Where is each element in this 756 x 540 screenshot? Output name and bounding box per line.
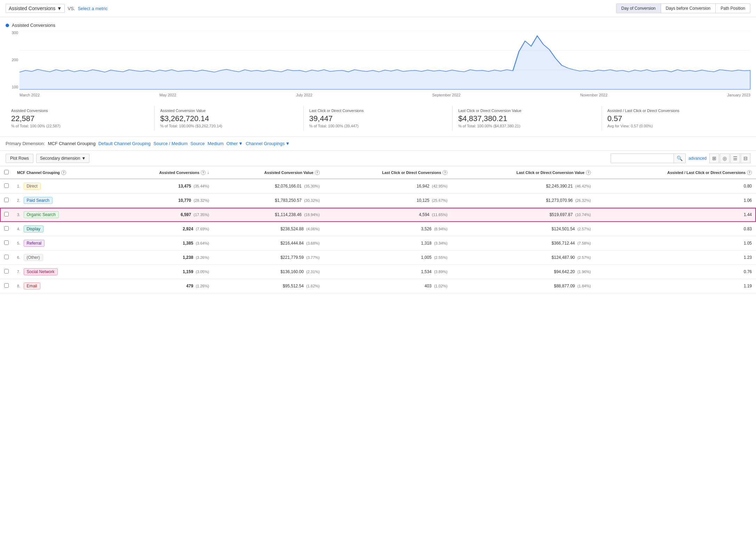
row-ratio: 1.06 bbox=[595, 193, 756, 208]
row-checkbox[interactable] bbox=[4, 198, 9, 202]
grid-view-button[interactable]: ⊞ bbox=[709, 153, 719, 163]
channel-tag[interactable]: Organic Search bbox=[24, 211, 59, 218]
channel-tag[interactable]: Direct bbox=[24, 183, 41, 190]
assisted-conv-help-icon[interactable]: ? bbox=[201, 170, 206, 175]
channel-help-icon[interactable]: ? bbox=[61, 170, 66, 175]
row-checkbox[interactable] bbox=[4, 226, 9, 231]
y-axis-200: 200 bbox=[6, 58, 19, 62]
row-number: 3. bbox=[17, 213, 20, 217]
search-box: 🔍 bbox=[611, 153, 686, 163]
channel-tag[interactable]: Email bbox=[24, 283, 40, 289]
stat-sub-3: % of Total: 100.00% ($4,837,380.21) bbox=[458, 124, 596, 128]
channel-tag[interactable]: Referral bbox=[24, 240, 45, 247]
row-number: 5. bbox=[17, 241, 20, 245]
last-click-conv-header-label: Last Click or Direct Conversions bbox=[382, 170, 441, 175]
row-checkbox[interactable] bbox=[4, 240, 9, 245]
row-checkbox-cell bbox=[0, 236, 13, 251]
metric-dropdown[interactable]: Assisted Conversions ▼ bbox=[6, 4, 65, 13]
dropdown-arrow-icon: ▼ bbox=[57, 6, 62, 11]
row-last-click-conv: 1,534 (3.89%) bbox=[324, 265, 452, 279]
ratio-help-icon[interactable]: ? bbox=[747, 170, 752, 175]
data-table-wrapper: MCF Channel Grouping ? Assisted Conversi… bbox=[0, 166, 756, 293]
header-assisted-conv: Assisted Conversions ? ↓ bbox=[112, 166, 213, 179]
assisted-value-header-label: Assisted Conversion Value bbox=[264, 170, 313, 175]
row-assisted-value: $216,444.84 (3.68%) bbox=[213, 236, 324, 251]
advanced-link[interactable]: advanced bbox=[689, 156, 707, 161]
view-type-buttons: ⊞ ◎ ☰ ⊟ bbox=[709, 153, 750, 163]
row-last-click-conv: 1,318 (3.34%) bbox=[324, 236, 452, 251]
header-channel-grouping: MCF Channel Grouping ? bbox=[13, 166, 112, 179]
table-controls-left: Plot Rows Secondary dimension ▼ bbox=[6, 154, 89, 163]
last-click-conv-help-icon[interactable]: ? bbox=[443, 170, 447, 175]
stat-last-click-conv: Last Click or Direct Conversions 39,447 … bbox=[304, 106, 453, 131]
row-checkbox[interactable] bbox=[4, 183, 9, 188]
vs-label: VS. bbox=[67, 6, 75, 11]
dim-link-channel-groupings[interactable]: Channel Groupings ▼ bbox=[246, 141, 290, 146]
assisted-conv-sort-arrow: ↓ bbox=[207, 170, 209, 175]
row-checkbox[interactable] bbox=[4, 269, 9, 273]
stat-assisted-conversions: Assisted Conversions 22,587 % of Total: … bbox=[6, 106, 154, 131]
other-dropdown-arrow: ▼ bbox=[238, 141, 243, 146]
row-checkbox[interactable] bbox=[4, 255, 9, 259]
day-of-conversion-btn[interactable]: Day of Conversion bbox=[616, 4, 661, 13]
row-ratio: 1.23 bbox=[595, 251, 756, 265]
bar-view-button[interactable]: ☰ bbox=[730, 153, 740, 163]
select-metric-link[interactable]: Select a metric bbox=[78, 6, 108, 11]
dim-link-source-medium[interactable]: Source / Medium bbox=[153, 141, 188, 146]
dim-link-channel-groupings-label[interactable]: Channel Groupings bbox=[246, 141, 285, 146]
row-checkbox-cell bbox=[0, 265, 13, 279]
row-checkbox[interactable] bbox=[4, 212, 9, 216]
row-last-click-value: $124,501.54 (2.57%) bbox=[452, 222, 595, 236]
top-toolbar: Assisted Conversions ▼ VS. Select a metr… bbox=[0, 0, 756, 17]
search-button[interactable]: 🔍 bbox=[674, 154, 685, 163]
table-row: 2. Paid Search 10,770 (28.32%) $1,783,25… bbox=[0, 193, 756, 208]
path-position-btn[interactable]: Path Position bbox=[716, 4, 750, 13]
dim-link-other-label[interactable]: Other bbox=[226, 141, 238, 146]
row-checkbox[interactable] bbox=[4, 283, 9, 288]
dim-link-other[interactable]: Other ▼ bbox=[226, 141, 243, 146]
row-assisted-conv: 6,597 (17.35%) bbox=[112, 208, 213, 222]
stat-value-3: $4,837,380.21 bbox=[458, 114, 596, 123]
plot-rows-button[interactable]: Plot Rows bbox=[6, 154, 33, 163]
x-january: January 2023 bbox=[727, 93, 750, 97]
primary-dim-value: MCF Channel Grouping bbox=[48, 141, 95, 146]
row-last-click-conv: 4,594 (11.65%) bbox=[324, 208, 452, 222]
pivot-view-button[interactable]: ⊟ bbox=[741, 153, 750, 163]
data-table: MCF Channel Grouping ? Assisted Conversi… bbox=[0, 166, 756, 293]
row-assisted-conv: 1,159 (3.05%) bbox=[112, 265, 213, 279]
dim-link-medium[interactable]: Medium bbox=[208, 141, 224, 146]
row-last-click-value: $519,697.87 (10.74%) bbox=[452, 208, 595, 222]
row-last-click-value: $2,245,390.21 (46.42%) bbox=[452, 179, 595, 193]
channel-header-label: MCF Channel Grouping bbox=[17, 170, 60, 175]
dim-link-default[interactable]: Default Channel Grouping bbox=[98, 141, 151, 146]
stat-ratio: Assisted / Last Click or Direct Conversi… bbox=[602, 106, 750, 131]
channel-tag[interactable]: Display bbox=[24, 225, 43, 232]
table-header-row: MCF Channel Grouping ? Assisted Conversi… bbox=[0, 166, 756, 179]
chart-legend: Assisted Conversions bbox=[6, 23, 750, 28]
table-row: 1. Direct 13,475 (35.44%) $2,076,166.01 … bbox=[0, 179, 756, 193]
x-may: May 2022 bbox=[159, 93, 176, 97]
secondary-dimension-select[interactable]: Secondary dimension ▼ bbox=[36, 154, 89, 163]
table-row: 7. Social Network 1,159 (3.05%) $136,160… bbox=[0, 265, 756, 279]
days-before-conversion-btn[interactable]: Days before Conversion bbox=[661, 4, 716, 13]
channel-tag[interactable]: Social Network bbox=[24, 268, 58, 275]
dim-link-source[interactable]: Source bbox=[190, 141, 205, 146]
pie-view-button[interactable]: ◎ bbox=[720, 153, 730, 163]
row-last-click-conv: 3,526 (8.94%) bbox=[324, 222, 452, 236]
last-click-value-help-icon[interactable]: ? bbox=[586, 170, 591, 175]
channel-tag[interactable]: Paid Search bbox=[24, 197, 53, 204]
last-click-conv-header-content: Last Click or Direct Conversions ? bbox=[328, 170, 447, 175]
chart-svg bbox=[19, 31, 750, 89]
row-assisted-conv: 10,770 (28.32%) bbox=[112, 193, 213, 208]
secondary-dim-label: Secondary dimension bbox=[40, 156, 80, 161]
row-assisted-conv: 1,385 (3.64%) bbox=[112, 236, 213, 251]
channel-tag[interactable]: (Other) bbox=[24, 254, 43, 261]
select-all-checkbox[interactable] bbox=[4, 170, 9, 174]
assisted-value-help-icon[interactable]: ? bbox=[315, 170, 320, 175]
row-last-click-value: $124,487.90 (2.57%) bbox=[452, 251, 595, 265]
row-ratio: 1.05 bbox=[595, 236, 756, 251]
secondary-dim-arrow: ▼ bbox=[81, 156, 86, 161]
search-input[interactable] bbox=[611, 154, 674, 162]
row-number: 1. bbox=[17, 184, 20, 188]
row-assisted-value: $221,779.59 (3.77%) bbox=[213, 251, 324, 265]
